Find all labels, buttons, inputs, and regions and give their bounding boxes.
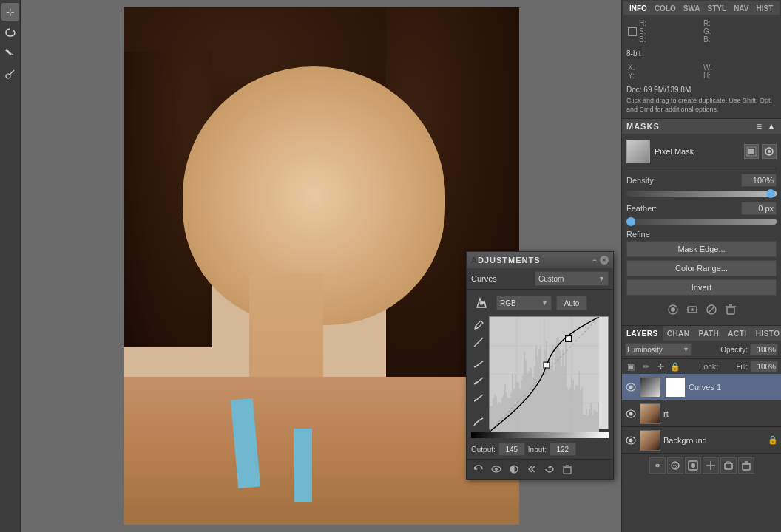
input-gradient-bar — [471, 432, 609, 438]
pixel-mask-select-btn[interactable] — [744, 144, 759, 159]
svg-rect-39 — [564, 468, 571, 474]
lock-all-icon[interactable]: 🔒 — [669, 361, 681, 372]
adj-curve-pointer-tool[interactable] — [471, 293, 492, 313]
adj-auto-btn[interactable]: Auto — [556, 296, 587, 310]
layer-curves1[interactable]: Curves 1 — [622, 374, 781, 400]
tab-history[interactable]: HISTO — [751, 326, 781, 341]
layer-rt[interactable]: rt — [622, 400, 781, 427]
tab-actions[interactable]: ACTI — [723, 326, 751, 341]
mask-edge-btn[interactable]: Mask Edge... — [626, 241, 777, 257]
adj-output-value[interactable]: 145 — [498, 443, 525, 456]
y-label: Y: — [628, 72, 635, 80]
layer-curves1-name: Curves 1 — [689, 383, 778, 392]
adjustments-titlebar[interactable]: ADJUSTMENTS ≡ × — [467, 252, 613, 268]
curve-channel-overlay-btn[interactable] — [471, 415, 486, 429]
adj-view-icon[interactable] — [489, 462, 504, 477]
lock-label: Lock: — [703, 361, 714, 372]
curve-freehand-tool[interactable] — [471, 335, 486, 349]
feather-value[interactable]: 0 px — [741, 202, 777, 215]
lock-position-icon[interactable]: ✛ — [655, 361, 666, 372]
density-value[interactable]: 100% — [741, 174, 777, 187]
adj-close-btn[interactable]: × — [600, 256, 609, 265]
tab-hist[interactable]: HIST — [754, 4, 777, 13]
tab-paths[interactable]: PATH — [694, 326, 724, 341]
layer-adjustment-btn[interactable] — [703, 457, 719, 474]
layer-curves1-thumb — [640, 377, 660, 398]
curve-delete-point-tool[interactable] — [471, 391, 486, 406]
masks-collapse[interactable]: ▲ — [767, 121, 777, 132]
tab-info[interactable]: INFO — [626, 4, 650, 13]
layer-rt-thumb — [640, 403, 660, 424]
adj-title: ADJUSTMENTS — [471, 256, 541, 265]
adj-input-value[interactable]: 122 — [550, 443, 576, 456]
fill-value[interactable]: 100% — [750, 361, 778, 372]
invert-btn[interactable]: Invert — [626, 279, 777, 296]
density-slider[interactable] — [626, 191, 777, 197]
curve-graph[interactable] — [489, 316, 609, 429]
svg-point-24 — [691, 463, 695, 468]
tab-nav[interactable]: NAV — [731, 4, 751, 13]
layer-style-btn[interactable]: fx — [667, 457, 683, 474]
adj-preset-select[interactable]: Custom ▼ — [535, 271, 609, 286]
layer-delete-btn[interactable] — [738, 457, 754, 474]
tab-channels[interactable]: CHAN — [663, 326, 694, 341]
adj-delete-icon[interactable] — [560, 462, 575, 477]
adj-reset-icon[interactable] — [471, 462, 486, 477]
feather-label: Feather: — [626, 204, 657, 213]
svg-rect-3 — [748, 149, 754, 154]
layer-group-btn[interactable] — [720, 457, 737, 474]
opacity-value[interactable]: 100% — [750, 344, 778, 355]
paint-bucket-tool[interactable] — [1, 44, 19, 62]
layer-mask-btn[interactable] — [685, 457, 701, 474]
right-panel: INFO COLO SWA STYL NAV HIST H: S: B: R: … — [621, 0, 781, 532]
lock-pixels-icon[interactable]: ✏ — [640, 361, 652, 372]
svg-text:fx: fx — [673, 463, 679, 470]
photo-canvas[interactable] — [124, 7, 519, 525]
adj-options-icon[interactable]: ≡ — [592, 256, 597, 265]
doc-info: Doc: 69.9M/139.8M — [623, 84, 780, 95]
blend-mode-select[interactable]: Luminosity ▼ — [625, 343, 692, 356]
tab-layers[interactable]: LAYERS — [622, 326, 663, 341]
layer-bg-visibility[interactable] — [625, 434, 637, 446]
curve-add-point-tool[interactable] — [471, 374, 486, 389]
curve-smooth-btn[interactable] — [471, 357, 486, 372]
mask-disable-icon[interactable] — [703, 301, 720, 318]
tab-swatches[interactable]: SWA — [680, 4, 703, 13]
adj-bottom-bar — [467, 459, 613, 479]
toolbar: ⊹ — [0, 0, 21, 532]
tab-color[interactable]: COLO — [652, 4, 679, 13]
feather-thumb[interactable] — [626, 217, 635, 226]
opacity-label: Opacity: — [720, 346, 748, 354]
layers-bottom-bar: fx — [622, 454, 781, 477]
eyedropper-tool[interactable] — [1, 65, 19, 83]
curve-side-tools — [471, 316, 486, 429]
tab-styles[interactable]: STYL — [705, 4, 730, 13]
layer-link-btn[interactable] — [649, 457, 666, 474]
adj-channel-select[interactable]: RGB ▼ — [496, 296, 552, 310]
pixel-mask-options-btn[interactable] — [762, 144, 777, 159]
layer-background[interactable]: Background 🔒 — [622, 427, 781, 454]
feather-slider[interactable] — [626, 219, 777, 225]
adj-previous-icon[interactable] — [524, 462, 539, 477]
layer-bg-thumb — [640, 430, 660, 451]
layer-curves1-visibility[interactable] — [625, 381, 637, 393]
adjustments-panel: ADJUSTMENTS ≡ × Curves Custom ▼ RGB ▼ Au… — [466, 251, 614, 480]
x-label: X: — [628, 64, 635, 72]
svg-point-5 — [768, 150, 771, 153]
move-tool[interactable]: ⊹ — [1, 3, 19, 21]
masks-options[interactable]: ≡ — [757, 121, 763, 132]
adj-toggle-icon[interactable] — [507, 462, 521, 477]
layer-rt-visibility[interactable] — [625, 408, 637, 420]
adj-next-icon[interactable] — [542, 462, 557, 477]
s-label: S: — [639, 27, 646, 35]
color-range-btn[interactable]: Color Range... — [626, 260, 777, 276]
mask-delete-icon[interactable] — [723, 301, 739, 318]
b-label: B: — [639, 35, 646, 44]
mask-apply-icon[interactable] — [665, 301, 681, 318]
lock-transparent-icon[interactable]: ▣ — [625, 361, 637, 372]
mask-view-icon[interactable] — [684, 301, 700, 318]
masks-title: MASKS — [626, 122, 660, 131]
curve-pencil-tool[interactable] — [471, 318, 486, 332]
density-thumb[interactable] — [766, 189, 775, 198]
lasso-tool[interactable] — [1, 24, 19, 41]
